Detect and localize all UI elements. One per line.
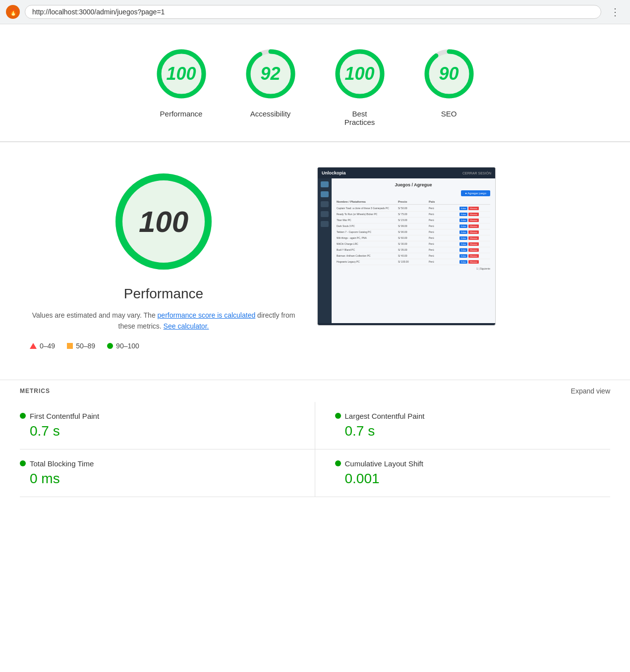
preview-table-row: Hogwarts Legacy PC S/ 100.00 Perú Editar… — [337, 259, 490, 265]
metric-name: Cumulative Layout Shift — [345, 459, 423, 468]
preview-table-row: Titan War PC S/ 23.00 Perú EditarElimina… — [337, 218, 490, 224]
metrics-header: METRICS Expand view — [20, 380, 610, 402]
url-bar[interactable]: http://localhost:3000/admin/juegos?page=… — [25, 5, 601, 19]
preview-nav-right: CERRAR SESIÓN — [462, 171, 491, 175]
score-number-seo: 90 — [439, 63, 458, 84]
preview-add-button: ● Agregar juego — [461, 190, 490, 196]
preview-table-row: Wiii things - again PC, PNA S/ 60.00 Per… — [337, 235, 490, 241]
preview-table-row: Dark Souls 3 PC S/ 99.00 Perú EditarElim… — [337, 224, 490, 229]
metric-value: 0.001 — [335, 471, 601, 487]
preview-col-name: Nombre / Plataforma — [337, 200, 398, 203]
performance-score-link[interactable]: performance score is calculated — [158, 311, 256, 319]
score-label-seo: SEO — [441, 110, 457, 118]
score-label-accessibility: Accessibility — [250, 110, 291, 118]
metric-name: First Contentful Paint — [30, 412, 99, 420]
preview-table-row: Captain Toad: a clone of these 3 Gamepad… — [337, 206, 490, 212]
preview-table-row: Batman: Arkham Collection PC S/ 40.00 Pe… — [337, 253, 490, 259]
score-circle-accessibility: 92 — [241, 44, 300, 104]
metric-value: 0.7 s — [20, 423, 295, 439]
legend-good: 90–100 — [107, 342, 139, 350]
score-circle-seo: 90 — [419, 44, 479, 104]
preview-brand: Unlockopia — [322, 170, 346, 175]
metric-dot — [335, 413, 341, 419]
metric-item: Cumulative Layout Shift 0.001 — [315, 449, 611, 497]
triangle-icon — [30, 343, 37, 349]
square-icon — [67, 343, 73, 349]
metric-name-row: Largest Contentful Paint — [335, 412, 601, 420]
sidebar-icon-extra — [321, 221, 329, 227]
preview-col-country: País — [429, 200, 459, 203]
preview-col-actions — [459, 200, 490, 203]
preview-table-body: Captain Toad: a clone of these 3 Gamepad… — [337, 206, 490, 265]
metric-name-row: Total Blocking Time — [20, 459, 295, 468]
preview-table-row: Ready To Run (or Wheels) Bicker PC S/ 75… — [337, 212, 490, 218]
big-score-label: Performance — [30, 286, 297, 302]
circle-icon — [107, 343, 113, 349]
preview-add-btn-row: ● Agregar juego — [337, 190, 490, 196]
metric-item: Total Blocking Time 0 ms — [20, 449, 315, 497]
legend-bad: 0–49 — [30, 342, 55, 350]
metric-dot — [20, 413, 26, 419]
right-panel: Unlockopia CERRAR SESIÓN Juegos / Agregu… — [317, 167, 501, 365]
legend-bad-range: 0–49 — [40, 342, 55, 350]
metric-value: 0 ms — [20, 471, 295, 487]
metrics-grid: First Contentful Paint 0.7 s Largest Con… — [20, 402, 610, 497]
preview-main-content: Juegos / Agregue ● Agregar juego Nombre … — [332, 178, 495, 323]
browser-bar: 🔥 http://localhost:3000/admin/juegos?pag… — [0, 0, 630, 24]
description: Values are estimated and may vary. The p… — [30, 310, 297, 332]
sidebar-icon-settings — [321, 211, 329, 217]
score-number-accessibility: 92 — [260, 63, 280, 84]
preview-pagination: 1 | Siguiente — [337, 267, 490, 270]
preview-sidebar-left — [318, 178, 332, 323]
sidebar-icon-games — [321, 201, 329, 207]
metric-name-row: First Contentful Paint — [20, 412, 295, 420]
preview-table-row: Tekken 7 - Capcom Catalog PC S/ 90.00 Pe… — [337, 229, 490, 235]
score-label-performance: Performance — [160, 110, 203, 118]
legend-good-range: 90–100 — [116, 342, 139, 350]
metric-name: Total Blocking Time — [30, 459, 94, 468]
score-label-best-practices: BestPractices — [344, 110, 375, 126]
description-text-prefix: Values are estimated and may vary. The — [32, 311, 158, 319]
legend-medium: 50–89 — [67, 342, 95, 350]
score-number-performance: 100 — [166, 63, 196, 84]
metric-value: 0.7 s — [335, 423, 601, 439]
score-circle-performance: 100 — [152, 44, 211, 104]
preview-table-row: Budi Y Bland PC S/ 35.00 Perú EditarElim… — [337, 247, 490, 253]
metric-dot — [20, 460, 26, 466]
score-item-best-practices: 100 BestPractices — [330, 44, 390, 126]
preview-table-header: Nombre / Plataforma Precio País — [337, 199, 490, 205]
metric-name: Largest Contentful Paint — [345, 412, 425, 420]
big-score-number: 100 — [139, 205, 188, 239]
preview-sidebar: Juegos / Agregue ● Agregar juego Nombre … — [318, 178, 495, 323]
metric-item: First Contentful Paint 0.7 s — [20, 402, 315, 449]
metrics-title: METRICS — [20, 388, 50, 394]
sidebar-icon-users — [321, 191, 329, 197]
browser-icon: 🔥 — [6, 5, 20, 19]
legend-medium-range: 50–89 — [76, 342, 95, 350]
metric-item: Largest Contentful Paint 0.7 s — [315, 402, 611, 449]
big-score-circle: 100 — [109, 167, 218, 276]
legend: 0–49 50–89 90–100 — [30, 342, 297, 350]
browser-menu-icon[interactable]: ⋮ — [606, 4, 624, 20]
score-circle-best-practices: 100 — [330, 44, 390, 104]
calculator-link[interactable]: See calculator. — [164, 322, 209, 330]
metric-dot — [335, 460, 341, 466]
score-item-accessibility: 92 Accessibility — [241, 44, 300, 126]
score-number-best-practices: 100 — [344, 63, 374, 84]
preview-col-price: Precio — [398, 200, 429, 203]
screenshot-preview: Unlockopia CERRAR SESIÓN Juegos / Agregu… — [317, 167, 496, 326]
preview-nav: Unlockopia CERRAR SESIÓN — [318, 168, 495, 178]
metric-name-row: Cumulative Layout Shift — [335, 459, 601, 468]
sidebar-icon-home — [321, 181, 329, 187]
score-item-performance: 100 Performance — [152, 44, 211, 126]
expand-view-button[interactable]: Expand view — [571, 387, 610, 395]
preview-table-row: WiiChi Charge LRC S/ 30.00 Perú EditarEl… — [337, 241, 490, 247]
main-content: 100 Performance Values are estimated and… — [0, 142, 630, 380]
preview-page-title: Juegos / Agregue — [337, 182, 490, 187]
left-panel: 100 Performance Values are estimated and… — [30, 167, 297, 365]
score-item-seo: 90 SEO — [419, 44, 479, 126]
scores-section: 100 Performance 92 Accessibility 100 Bes… — [0, 24, 630, 142]
metrics-section: METRICS Expand view First Contentful Pai… — [0, 380, 630, 497]
